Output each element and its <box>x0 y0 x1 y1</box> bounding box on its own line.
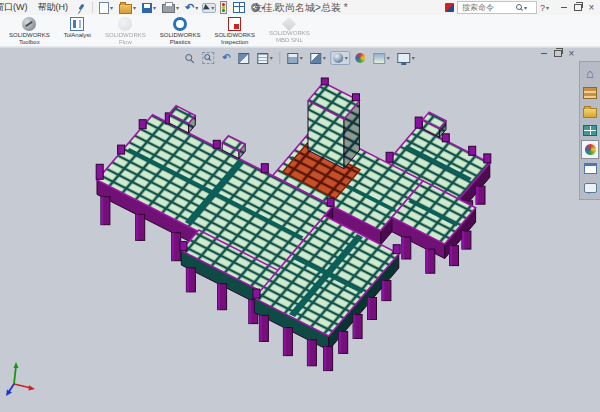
document-restore-button[interactable] <box>551 49 564 58</box>
save-document-button[interactable]: ▾ <box>140 1 158 15</box>
graphics-viewport[interactable]: ↶▾▾▾▾▾▾ × ⌂ <box>0 48 600 412</box>
solidworks-plastics-label: Plastics <box>170 39 191 46</box>
hud-separator <box>280 52 281 64</box>
command-search: ▾ <box>457 1 537 14</box>
solidworks-mbd-snl-icon <box>282 17 296 31</box>
view-palette-icon <box>583 125 597 136</box>
dynamic-annotation-views-icon <box>258 53 269 64</box>
edit-appearance-icon <box>356 53 366 63</box>
dropdown-caret-icon[interactable]: ▾ <box>176 5 179 11</box>
appearances-scenes-tab[interactable] <box>581 140 599 159</box>
solidworks-mbd-snl-button: SOLIDWORKSMBD SNL <box>262 15 317 43</box>
design-table-button[interactable] <box>231 0 247 15</box>
interference-check-button[interactable] <box>218 0 229 16</box>
view-settings-icon <box>398 53 411 63</box>
close-button[interactable]: × <box>585 2 598 13</box>
menu-window[interactable]: 窗口(W) <box>0 0 33 15</box>
solidworks-flow-simulation-icon <box>118 17 132 31</box>
dropdown-caret-icon[interactable]: ▾ <box>412 55 415 61</box>
section-view-icon <box>239 53 250 64</box>
appearances-scenes-icon <box>585 144 596 155</box>
dropdown-caret-icon[interactable]: ▾ <box>345 55 348 61</box>
window-controls: × <box>556 2 598 13</box>
display-style-icon <box>311 53 322 64</box>
print-document-button[interactable]: ▾ <box>160 0 181 15</box>
open-document-icon <box>119 4 132 14</box>
undo-button[interactable]: ↶▾ <box>183 0 200 15</box>
zoom-to-area-button[interactable] <box>199 50 217 66</box>
custom-properties-tab[interactable] <box>581 159 599 178</box>
dynamic-annotation-views-button[interactable]: ▾ <box>255 51 276 66</box>
zoom-to-area-icon <box>202 52 214 64</box>
dropdown-caret-icon[interactable]: ▾ <box>110 5 113 11</box>
previous-view-button[interactable]: ↶ <box>219 51 233 65</box>
solidworks-plastics-button[interactable]: SOLIDWORKSPlastics <box>153 15 208 45</box>
solidworks-forum-icon <box>584 183 597 193</box>
solidworks-resources-tab[interactable]: ⌂ <box>581 64 599 83</box>
view-orientation-button[interactable]: ▾ <box>285 51 306 66</box>
display-style-button[interactable]: ▾ <box>308 51 329 66</box>
apply-scene-button[interactable]: ▾ <box>371 51 393 66</box>
hide-show-items-button[interactable]: ▾ <box>331 51 351 65</box>
dropdown-caret-icon[interactable]: ▾ <box>195 5 198 11</box>
search-caret-icon[interactable]: ▾ <box>524 5 527 11</box>
assembly-model[interactable] <box>0 48 600 412</box>
section-view-button[interactable] <box>236 51 253 66</box>
new-document-button[interactable]: ▾ <box>97 0 115 16</box>
file-explorer-icon <box>583 108 597 118</box>
zoom-to-fit-icon <box>185 54 194 63</box>
edit-appearance-button[interactable] <box>353 51 369 65</box>
view-orientation-icon <box>288 53 299 64</box>
select-icon <box>203 4 211 12</box>
reference-triad <box>4 360 40 400</box>
help-button[interactable]: ?▾ <box>537 3 552 13</box>
search-input[interactable] <box>460 2 516 13</box>
minimize-button[interactable] <box>557 2 570 13</box>
tolanalyst-label: TolAnalyst <box>64 32 91 39</box>
print-document-icon <box>162 4 175 13</box>
design-library-tab[interactable] <box>581 83 599 102</box>
view-settings-button[interactable]: ▾ <box>395 51 418 65</box>
dropdown-caret-icon[interactable]: ▾ <box>261 5 264 11</box>
document-close-button[interactable]: × <box>565 49 578 58</box>
menu-help[interactable]: 帮助(H) <box>33 0 74 15</box>
solidworks-toolbox-label: Toolbox <box>19 39 40 46</box>
solidworks-inspection-button[interactable]: SOLIDWORKSInspection <box>207 15 262 45</box>
previous-view-icon: ↶ <box>222 53 230 63</box>
quick-access-toolbar: ▾▾▾▾↶▾▾▾ <box>96 0 267 16</box>
document-minimize-button[interactable] <box>537 49 550 58</box>
solidworks-mbd-snl-label: MBD SNL <box>276 37 303 44</box>
new-document-icon <box>99 2 109 14</box>
file-explorer-tab[interactable] <box>581 102 599 121</box>
solidworks-resources-icon: ⌂ <box>586 67 594 80</box>
tolanalyst-button[interactable]: TolAnalyst <box>57 15 98 39</box>
solidworks-forum-tab[interactable] <box>581 178 599 197</box>
pin-menu-icon[interactable] <box>76 3 86 13</box>
dropdown-caret-icon[interactable]: ▾ <box>211 5 214 11</box>
dropdown-caret-icon[interactable]: ▾ <box>133 5 136 11</box>
save-document-icon <box>142 3 152 13</box>
dropdown-caret-icon[interactable]: ▾ <box>387 55 390 61</box>
restore-button[interactable] <box>571 2 584 13</box>
dropdown-caret-icon[interactable]: ▾ <box>153 5 156 11</box>
tolanalyst-icon <box>70 17 84 31</box>
dropdown-caret-icon[interactable]: ▾ <box>323 55 326 61</box>
search-icon[interactable] <box>516 4 523 11</box>
open-document-button[interactable]: ▾ <box>117 0 138 16</box>
options-icon <box>251 3 260 12</box>
options-button[interactable]: ▾ <box>249 1 266 14</box>
zoom-to-fit-button[interactable] <box>182 52 197 65</box>
solidworks-toolbox-button[interactable]: SOLIDWORKSToolbox <box>2 15 57 45</box>
select-button[interactable]: ▾ <box>202 3 216 13</box>
heads-up-view-toolbar: ↶▾▾▾▾▾▾ <box>181 50 418 66</box>
solidworks-logo-icon <box>445 3 454 12</box>
dropdown-caret-icon[interactable]: ▾ <box>300 55 303 61</box>
view-palette-tab[interactable] <box>581 121 599 140</box>
title-bar: 窗口(W)帮助(H) ▾▾▾▾↶▾▾▾ 友佳.欧尚名城>总装 * ▾ ?▾ × <box>0 0 600 16</box>
titlebar-right: ▾ ?▾ × <box>442 1 600 14</box>
dropdown-caret-icon[interactable]: ▾ <box>270 55 273 61</box>
solidworks-inspection-label: Inspection <box>221 39 248 46</box>
custom-properties-icon <box>584 163 597 174</box>
hide-show-items-icon <box>334 53 344 63</box>
interference-check-icon <box>220 1 227 14</box>
